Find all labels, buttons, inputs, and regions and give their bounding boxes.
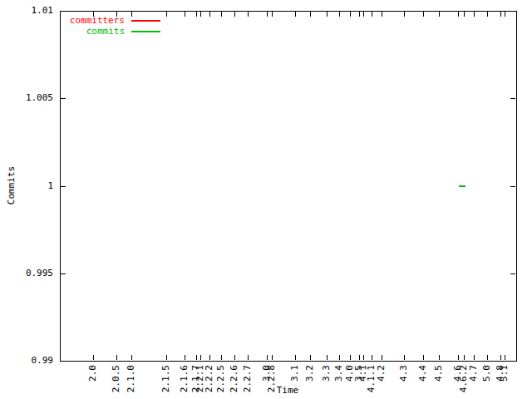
x-axis-tick-top — [439, 12, 440, 17]
x-axis-tick — [404, 355, 405, 360]
y-axis-tick — [61, 186, 66, 187]
legend-entry-commits: commits — [0, 26, 166, 37]
x-axis-tick-top — [295, 12, 296, 17]
x-axis-tick-top — [327, 12, 328, 17]
x-axis-tick-label: 4.7 — [469, 365, 479, 399]
x-axis-tick — [234, 355, 235, 360]
legend-line-sample — [131, 31, 160, 32]
y-axis-tick — [61, 11, 66, 12]
x-axis-tick-top — [93, 12, 94, 17]
x-axis-tick — [327, 355, 328, 360]
x-axis-tick — [131, 355, 132, 360]
y-axis-tick-right — [510, 98, 515, 99]
x-axis-tick-top — [339, 12, 340, 17]
x-axis-tick — [196, 355, 197, 360]
y-axis-tick-label: 0.995 — [0, 268, 53, 278]
x-axis-tick-label: 2.1.6 — [180, 365, 190, 399]
x-axis-tick — [248, 355, 249, 360]
x-axis-tick — [350, 355, 351, 360]
x-axis-tick — [487, 355, 488, 360]
series-commits-segment — [459, 185, 466, 187]
x-axis-tick — [209, 355, 210, 360]
x-axis-tick-label: 4.4 — [418, 365, 428, 399]
x-axis-tick — [505, 355, 505, 360]
x-axis-tick — [185, 355, 185, 360]
x-axis-tick — [458, 355, 459, 360]
y-axis-tick-right — [510, 186, 515, 187]
x-axis-tick — [272, 355, 273, 360]
x-axis-tick — [310, 355, 311, 360]
x-axis-tick-top — [350, 12, 351, 17]
y-axis-tick — [61, 361, 66, 362]
x-axis-tick-top — [221, 12, 222, 17]
x-axis-tick-top — [196, 12, 197, 17]
y-axis-tick-right — [510, 11, 515, 12]
x-axis-tick-top — [363, 12, 364, 17]
x-axis-tick — [363, 355, 364, 360]
x-axis-tick-top — [404, 12, 405, 17]
x-axis-tick-label: 3.1 — [290, 365, 300, 399]
x-axis-tick-top — [200, 12, 201, 17]
x-axis-tick-top — [272, 12, 273, 17]
x-axis-tick-label: 2.0 — [88, 365, 98, 399]
x-axis-tick-top — [116, 12, 117, 17]
x-axis-tick-top — [131, 12, 132, 17]
x-axis-tick — [166, 355, 167, 360]
x-axis-tick-label: 2.2.6 — [229, 365, 239, 399]
x-axis-tick-top — [267, 12, 268, 17]
x-axis-tick-top — [248, 12, 249, 17]
x-axis-tick-top — [372, 12, 372, 17]
x-axis-tick-top — [464, 12, 465, 17]
x-axis-tick-top — [359, 12, 360, 17]
y-axis-tick-label: 1.005 — [0, 93, 53, 103]
x-axis-tick — [464, 355, 465, 360]
x-axis-tick-label: 5.0 — [482, 365, 492, 399]
x-axis-tick-top — [505, 12, 505, 17]
x-axis-tick-label: 2.0.5 — [111, 365, 121, 399]
x-axis-tick-top — [234, 12, 235, 17]
legend-entry-committers: committers — [0, 15, 166, 26]
x-axis-tick — [295, 355, 296, 360]
x-axis-tick-label: 2.2.8 — [267, 365, 277, 399]
x-axis-tick — [439, 355, 440, 360]
x-axis-tick — [221, 355, 222, 360]
x-axis-tick-top — [458, 12, 459, 17]
x-axis-tick-label: 3.4 — [334, 365, 344, 399]
x-axis-tick-label: 5.1 — [500, 365, 510, 399]
x-axis-tick-top — [209, 12, 210, 17]
y-axis-tick-label: 1 — [0, 181, 53, 191]
x-axis-tick — [116, 355, 117, 360]
x-axis-tick-label: 2.2.2 — [204, 365, 214, 399]
x-axis-tick-label: 4.3 — [399, 365, 409, 399]
y-axis-tick-right — [510, 361, 515, 362]
legend-label: committers — [33, 15, 125, 26]
x-axis-tick — [382, 355, 382, 360]
x-axis-tick-top — [487, 12, 488, 17]
x-axis-tick — [200, 355, 201, 360]
x-axis-tick-top — [310, 12, 311, 17]
y-axis-tick — [61, 273, 66, 274]
x-axis-tick-label: 3.3 — [322, 365, 332, 399]
x-axis-tick — [372, 355, 372, 360]
gnuplot-chart: Commits Time committerscommits 2.02.0.52… — [0, 0, 532, 399]
legend-label: commits — [33, 26, 125, 37]
x-axis-tick — [474, 355, 475, 360]
x-axis-tick-label: 3.2 — [305, 365, 315, 399]
x-axis-tick-label: 2.2.5 — [216, 365, 226, 399]
x-axis-tick — [93, 355, 94, 360]
x-axis-tick — [267, 355, 268, 360]
x-axis-tick — [339, 355, 340, 360]
x-axis-tick-label: 2.2.7 — [243, 365, 253, 399]
y-axis-tick-label: 1.01 — [0, 6, 53, 16]
x-axis-tick-top — [382, 12, 382, 17]
x-axis-tick-label: 4.5 — [434, 365, 444, 399]
x-axis-tick — [423, 355, 424, 360]
x-axis-tick-top — [166, 12, 167, 17]
y-axis-tick — [61, 98, 66, 99]
x-axis-tick — [500, 355, 501, 360]
plot-border — [60, 11, 517, 362]
x-axis-tick-top — [500, 12, 501, 17]
x-axis-tick-label: 4.2 — [377, 365, 387, 399]
x-axis-tick-top — [423, 12, 424, 17]
x-axis-tick-label: 2.1.0 — [126, 365, 136, 399]
